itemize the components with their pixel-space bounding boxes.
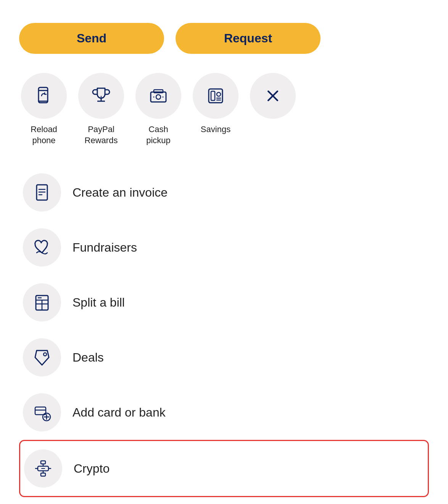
crypto-label: Crypto [74,462,110,476]
deals-label: Deals [73,351,104,365]
invoice-icon [33,183,51,202]
trophy-icon [91,86,111,106]
list-item-crypto[interactable]: Crypto [19,440,429,497]
reload-phone-label: Reloadphone [31,124,57,146]
fundraisers-label: Fundraisers [73,241,137,255]
top-buttons-container: Send Request [19,23,429,54]
quick-actions-row: Reloadphone PayPalRewards [19,73,429,146]
savings-label: Savings [201,124,230,135]
deals-icon [33,348,51,367]
split-bill-label: Split a bill [73,296,125,310]
fundraisers-icon [33,238,51,257]
split-bill-icon [33,293,51,312]
add-card-icon [33,403,51,422]
svg-rect-0 [39,87,48,103]
list-item-split-bill[interactable]: Split a bill [19,275,429,330]
quick-action-cash-pickup[interactable]: Cashpickup [134,73,183,146]
add-card-bank-label: Add card or bank [73,405,166,420]
quick-action-close[interactable] [248,73,298,119]
svg-point-27 [44,353,47,356]
quick-action-reload-phone[interactable]: Reloadphone [19,73,69,146]
svg-rect-12 [211,91,215,100]
quick-action-paypal-rewards[interactable]: PayPalRewards [76,73,126,146]
paypal-rewards-label: PayPalRewards [85,124,118,146]
request-button[interactable]: Request [176,23,321,54]
svg-point-13 [217,92,221,96]
cash-pickup-icon [148,86,168,106]
list-item-deals[interactable]: Deals [19,330,429,385]
svg-point-8 [156,95,161,99]
quick-action-savings[interactable]: Savings [191,73,240,135]
svg-rect-7 [154,90,163,93]
list-items-container: Create an invoice Fundraisers Split a bi… [19,165,429,497]
cash-pickup-label: Cashpickup [146,124,171,146]
crypto-icon [34,459,52,478]
send-button[interactable]: Send [19,23,164,54]
list-item-create-invoice[interactable]: Create an invoice [19,165,429,220]
create-invoice-label: Create an invoice [73,186,168,200]
close-icon [263,86,283,106]
reload-phone-icon [34,86,54,106]
list-item-fundraisers[interactable]: Fundraisers [19,220,429,275]
list-item-add-card-bank[interactable]: Add card or bank [19,385,429,440]
svg-rect-6 [151,92,166,102]
savings-icon [206,86,226,106]
